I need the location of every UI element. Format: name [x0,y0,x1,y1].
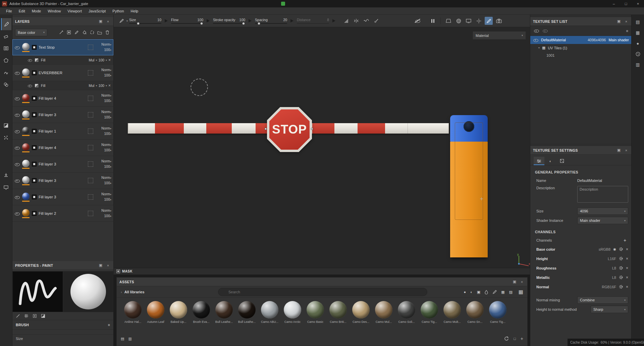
clone-tool-icon[interactable] [1,79,11,91]
layer-row[interactable]: EVRERBBER Norm▾ 100▾ [12,65,113,81]
asset-item[interactable]: Brush Eva... [190,301,213,334]
mask-placeholder-icon[interactable] [88,70,93,76]
slider-knob[interactable] [200,22,203,25]
channel-format[interactable]: L8 [612,276,616,280]
notification-icon[interactable] [281,2,285,6]
layer-row[interactable]: Fill layer 1 Norm▾ 100▾ [12,123,113,139]
texture-set-row[interactable]: DefaultMaterial 4096x4096 Main shader [530,36,632,44]
pressure-toggle-icon[interactable] [207,19,210,22]
display-mode-icon[interactable] [465,17,473,25]
library-selector[interactable]: › All libraries [121,290,145,294]
asset-item[interactable]: Bull Leathe... [213,301,235,334]
channel-format[interactable]: L16F [608,257,616,261]
effect-name[interactable]: Fill [41,84,45,88]
geometry-fill-tool-icon[interactable] [1,119,11,132]
mask-placeholder-icon[interactable] [88,211,93,216]
log-icon[interactable]: ▥ [636,62,640,67]
layer-name[interactable]: Fill layer 3 [39,195,86,199]
channel-settings-icon[interactable] [619,275,623,280]
asset-item[interactable]: Camo Mult... [441,301,464,334]
isolate-icon[interactable] [542,28,548,33]
layer-thumbnail[interactable] [22,160,30,169]
filter-materials-icon[interactable]: ● [464,290,466,294]
mask-placeholder-icon[interactable] [88,178,93,183]
layer-thumbnail[interactable] [22,193,30,202]
layer-name[interactable]: EVRERBBER [39,71,86,75]
slider-value[interactable]: 20 [283,18,287,22]
asset-item[interactable]: Camo Tig... [418,301,441,334]
brush-section-header[interactable]: BRUSH ≡ [12,320,113,330]
selection-handle[interactable] [265,128,267,130]
size-dropdown[interactable]: 4096▾ [577,207,628,215]
asset-item[interactable]: Camo Soli... [395,301,418,334]
mask-bar[interactable]: MASK [113,268,530,275]
shader-settings-icon[interactable]: ● [637,41,639,46]
tab-settings[interactable] [534,157,544,165]
layer-visibility-icon[interactable] [14,162,20,167]
layer-visibility-icon[interactable] [14,96,20,101]
add-mask-icon[interactable] [65,29,72,36]
channel-format[interactable]: sRGB8 [599,247,610,251]
layer-row[interactable]: Fill layer 2 Norm▾ 100▾ [12,205,113,221]
add-channel-icon[interactable]: + [622,238,628,243]
environment-icon[interactable] [475,17,483,25]
layer-name[interactable]: Fill layer 3 [39,113,86,117]
asset-item[interactable]: Camo Basic [304,301,327,334]
asset-item[interactable]: Aniline Hal... [121,301,144,334]
remove-channel-icon[interactable]: × [626,276,628,280]
mask-placeholder-icon[interactable] [88,45,93,50]
uv-tile-item[interactable]: 1001 [530,52,632,59]
perspective-icon[interactable] [444,17,452,25]
layer-thumbnail[interactable] [22,209,30,218]
menu-item[interactable]: JavaScript [85,7,109,15]
filter-alphas-icon[interactable]: ▦ [501,290,504,294]
layer-row[interactable]: Fill layer 4 Norm▾ 100▾ [12,140,113,156]
slider-knob[interactable] [137,22,140,25]
brush-preset-icon[interactable] [117,17,125,25]
filter-textures-icon[interactable]: ▨ [509,290,513,294]
layer-blend-controls[interactable]: Norm▾ 100▾ [95,208,111,219]
effect-opacity[interactable]: 100 [98,58,104,62]
smart-material-icon[interactable] [89,29,95,36]
layer-visibility-icon[interactable] [14,145,20,150]
add-fill-layer-icon[interactable] [81,29,88,36]
menu-item[interactable]: Viewport [64,7,85,15]
layer-blend-controls[interactable]: Norm▾ 100▾ [95,192,111,202]
camera-icon[interactable] [495,17,503,25]
display-settings-icon[interactable]: ▦ [636,30,640,35]
stamp-mode-icon[interactable] [33,314,37,318]
pressure-toggle-icon[interactable] [249,19,252,22]
grayscale-icon[interactable] [342,17,350,25]
search-input[interactable] [218,288,427,296]
layer-thumbnail[interactable] [22,94,30,103]
shader-instance-dropdown[interactable]: Main shader▾ [577,217,628,224]
paint-tool-icon[interactable] [1,18,11,30]
refresh-icon[interactable] [504,336,509,341]
layer-effect-row[interactable]: Fill Mul▾ 100▾ × [12,55,113,64]
layer-visibility-icon[interactable] [14,211,20,216]
effect-visibility-icon[interactable] [28,58,32,62]
mask-placeholder-icon[interactable] [88,96,93,101]
layer-blend-controls[interactable]: Norm▾ 100▾ [95,159,111,169]
layer-row[interactable]: Fill layer 3 Norm▾ 100▾ [12,156,113,172]
menu-item[interactable]: Mode [29,7,45,15]
hide-stencil-icon[interactable] [414,17,422,25]
layer-visibility-icon[interactable] [14,70,20,76]
remove-effect-icon[interactable]: × [108,84,111,88]
menu-item[interactable]: Help [127,7,142,15]
layer-name[interactable]: Fill layer 3 [39,179,86,183]
smudge-tool-icon[interactable] [1,66,11,79]
remove-channel-icon[interactable]: × [626,285,628,289]
asset-item[interactable]: Camo Briti... [327,301,350,334]
export-textures-icon[interactable] [1,169,11,181]
particles-tool-icon[interactable] [1,132,11,144]
slider-track[interactable] [129,23,161,24]
minimize-button[interactable]: – [608,0,620,7]
layer-blend-controls[interactable]: Norm▾ 100▾ [95,126,111,137]
layer-blend-controls[interactable]: Norm▾ 100▾ [95,109,111,120]
layer-visibility-icon[interactable] [14,112,20,117]
detail-view-icon[interactable]: ▥ [128,337,131,341]
pressure-toggle-icon[interactable] [290,19,293,22]
dock-icon[interactable]: ▣ [616,148,622,152]
effect-visibility-icon[interactable] [28,84,32,88]
